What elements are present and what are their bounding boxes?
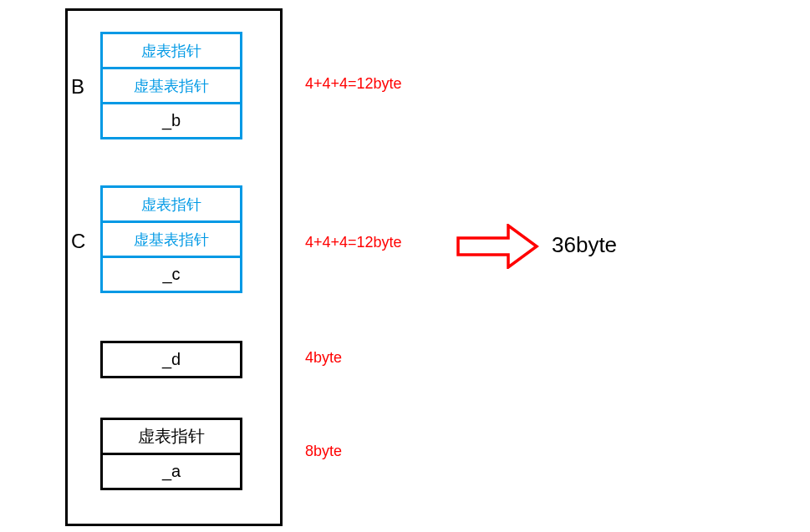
annotation-d-size: 4byte xyxy=(305,349,342,367)
annotation-b-size: 4+4+4=12byte xyxy=(305,75,402,93)
group-a: 虚表指针 _a xyxy=(100,418,242,490)
group-d: _d xyxy=(100,341,242,378)
annotation-a-size: 8byte xyxy=(305,443,342,460)
total-size: 36byte xyxy=(552,232,617,258)
b-member: _b xyxy=(100,102,242,139)
label-b: B xyxy=(71,75,84,99)
c-vbtable-ptr: 虚基表指针 xyxy=(100,220,242,258)
c-vtable-ptr: 虚表指针 xyxy=(100,185,242,223)
group-c: 虚表指针 虚基表指针 _c xyxy=(100,185,242,293)
c-member: _c xyxy=(100,256,242,293)
a-member: _a xyxy=(100,453,242,490)
b-vbtable-ptr: 虚基表指针 xyxy=(100,67,242,104)
annotation-c-size: 4+4+4=12byte xyxy=(305,234,402,251)
label-c: C xyxy=(71,230,85,253)
b-vtable-ptr: 虚表指针 xyxy=(100,32,242,69)
arrow-icon xyxy=(456,224,540,272)
a-vtable-ptr: 虚表指针 xyxy=(100,418,242,455)
group-b: 虚表指针 虚基表指针 _b xyxy=(100,32,242,139)
d-member: _d xyxy=(100,341,242,378)
